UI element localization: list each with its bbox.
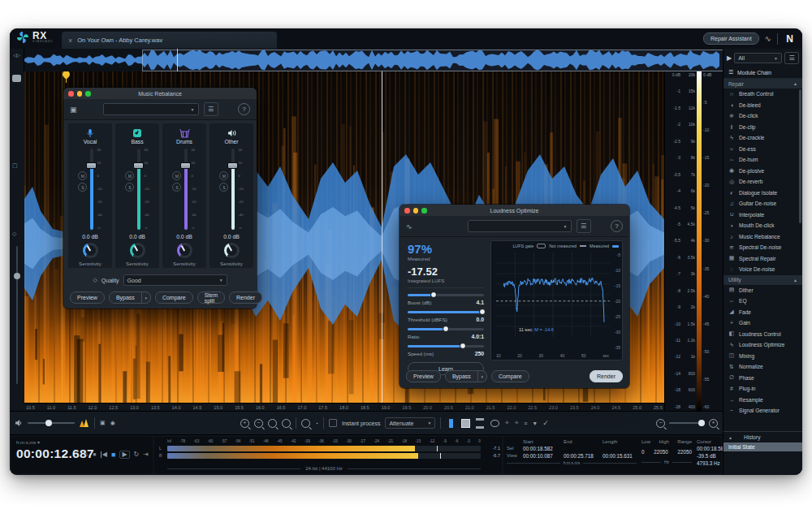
meter-panel[interactable]: Inf-78-63-60-57-54-51-48-45-42-39-36-33-… (154, 437, 502, 473)
fader-handle[interactable] (180, 162, 191, 169)
freq-range[interactable]: 22050 (677, 449, 692, 455)
h-zoom-out-icon[interactable]: − (656, 419, 665, 428)
boost-handle[interactable] (430, 291, 437, 298)
spectrogram-waveform-balance-slider[interactable] (16, 246, 18, 384)
minimize-window-icon[interactable] (77, 91, 83, 97)
ratio-value[interactable]: 4.0:1 (472, 334, 485, 339)
zoom-window-icon[interactable] (85, 91, 91, 97)
play-button[interactable]: ▶ (119, 451, 129, 459)
compare-button[interactable]: Compare (155, 291, 193, 304)
go-to-end-button[interactable]: ⇥ (143, 451, 149, 458)
zoom-time-icon[interactable] (301, 419, 310, 428)
zoom-reset-icon[interactable]: ◔ (315, 421, 318, 426)
module-item-spectral-de-noise[interactable]: ≋Spectral De-noise (723, 242, 802, 253)
waveform-overview[interactable] (24, 49, 723, 72)
gain-fader[interactable] (137, 149, 140, 230)
sensitivity-knob[interactable] (177, 243, 192, 258)
music-rebalance-title-bar[interactable]: Music Rebalance (63, 88, 257, 99)
horizontal-zoom-slider[interactable] (669, 422, 705, 424)
help-icon[interactable]: ? (611, 220, 623, 232)
preview-button[interactable]: Preview (70, 291, 105, 304)
section-header-repair[interactable]: Repair▲ (723, 79, 802, 88)
solo-button[interactable]: S (125, 183, 134, 192)
bypass-caret-icon[interactable]: ▾ (142, 291, 151, 304)
view-end[interactable]: 00:00:25.718 (564, 453, 603, 459)
speed-value[interactable]: 250 (475, 351, 484, 356)
monitor-volume-slider[interactable] (28, 422, 75, 424)
time-selection-tool[interactable] (446, 418, 456, 428)
history-item-initial-state[interactable]: Initial State (723, 442, 802, 451)
clock-icon[interactable]: ◉ (110, 420, 115, 426)
module-item-spectral-repair[interactable]: ▦Spectral Repair (723, 253, 802, 265)
solo-button[interactable]: S (78, 183, 87, 192)
bypass-button[interactable]: Bypass (109, 291, 142, 304)
composite-view-icon[interactable]: ▣ (100, 420, 106, 426)
signal-icon[interactable]: ∿ (765, 34, 771, 43)
module-item-music-rebalance[interactable]: ♪Music Rebalance (723, 231, 802, 243)
render-button[interactable]: Render (590, 370, 623, 382)
file-tab[interactable]: × On Your Own - Abby Carey.wav (62, 32, 277, 49)
module-item-mixing[interactable]: ◫Mixing (723, 351, 802, 362)
solo-button[interactable]: S (219, 183, 228, 192)
monitor-headphones-icon[interactable]: ∩ (84, 451, 89, 458)
preset-select[interactable]: ▼ (103, 103, 199, 115)
stop-button[interactable]: ■ (111, 451, 115, 458)
module-item-resample[interactable]: →Resample (723, 395, 802, 406)
zoom-selection-icon[interactable] (268, 419, 277, 428)
time-frequency-selection-tool[interactable] (460, 418, 470, 428)
module-list-scrollbar[interactable] (799, 89, 801, 223)
module-item-loudness-control[interactable]: ◧Loudness Control (723, 329, 802, 340)
freq-low[interactable]: 0 (641, 449, 645, 455)
frequency-ruler[interactable]: 20k15k12k10k9k8k7k6k5k4.5k4k3.5k3k2.5k2k… (682, 71, 697, 411)
module-item-de-plosive[interactable]: ◉De-plosive (723, 166, 802, 177)
module-item-voice-de-noise[interactable]: ◌Voice De-noise (723, 264, 802, 275)
gain-value[interactable]: 0.0 dB (176, 234, 192, 240)
zoom-in-icon[interactable]: + (240, 419, 249, 428)
confirm-selection-icon[interactable]: ✓ (542, 420, 549, 427)
speed-handle[interactable] (460, 343, 466, 349)
module-item-dither[interactable]: ▤Dither (723, 285, 802, 296)
frequency-selection-tool[interactable] (475, 418, 485, 428)
gain-value[interactable]: 0.0 dB (82, 234, 98, 240)
preset-select[interactable]: ▼ (468, 220, 572, 232)
close-window-icon[interactable] (68, 91, 74, 97)
module-item-dialogue-isolate[interactable]: ◐Dialogue Isolate (723, 188, 802, 199)
module-item-de-clip[interactable]: ‖De-clip (723, 122, 802, 133)
module-chain-item[interactable]: ☰ Module Chain (723, 67, 802, 79)
collapse-icon[interactable]: ▲ (793, 278, 797, 283)
threshold-slider[interactable] (408, 309, 484, 316)
gain-fader[interactable] (90, 149, 93, 230)
module-item-guitar-de-noise[interactable]: ♫Guitar De-noise (723, 198, 802, 209)
sensitivity-knob[interactable] (224, 243, 240, 258)
zoom-fit-icon[interactable] (282, 419, 291, 428)
module-item-eq[interactable]: ∽EQ (723, 296, 802, 307)
record-button[interactable]: ● (93, 451, 97, 458)
preset-menu-icon[interactable]: ☰ (577, 219, 591, 233)
threshold-value[interactable]: 0.0 (477, 317, 484, 322)
instant-process-mode-select[interactable]: Attenuate▼ (385, 417, 435, 429)
view-start[interactable]: 00:00:10.087 (523, 453, 564, 459)
solo-button[interactable]: S (172, 183, 181, 192)
close-window-icon[interactable] (404, 208, 410, 214)
loudness-optimize-title-bar[interactable]: Loudness Optimize (400, 205, 629, 216)
fader-handle[interactable] (86, 162, 97, 169)
zoom-window-icon[interactable] (421, 208, 427, 214)
module-item-gain[interactable]: +Gain (723, 317, 802, 329)
preset-compare-icon[interactable]: ▣ (70, 106, 77, 114)
zoom-out-icon[interactable]: − (254, 419, 263, 428)
stem-split-button[interactable]: Stem split (197, 291, 225, 304)
module-item-mouth-de-click[interactable]: ◖Mouth De-click (723, 220, 802, 231)
sel-start[interactable]: 00:00:18.582 (523, 446, 564, 451)
gain-value[interactable]: 0.0 dB (223, 234, 240, 240)
module-item-breath-control[interactable]: ∩Breath Control (723, 88, 802, 100)
module-item-phase[interactable]: ∅Phase (723, 373, 802, 384)
bypass-caret-icon[interactable]: ▾ (478, 370, 487, 382)
speed-slider[interactable] (408, 343, 484, 350)
module-item-de-bleed[interactable]: ◑De-bleed (723, 100, 802, 111)
mute-button[interactable]: M (125, 171, 134, 180)
gain-fader[interactable] (231, 149, 235, 230)
module-item-de-click[interactable]: ※De-click (723, 110, 802, 122)
rail-layers-icon[interactable]: ▢ (12, 162, 18, 169)
gain-value[interactable]: 0.0 dB (129, 234, 145, 240)
magic-wand-tool[interactable]: ✧ (504, 420, 509, 426)
